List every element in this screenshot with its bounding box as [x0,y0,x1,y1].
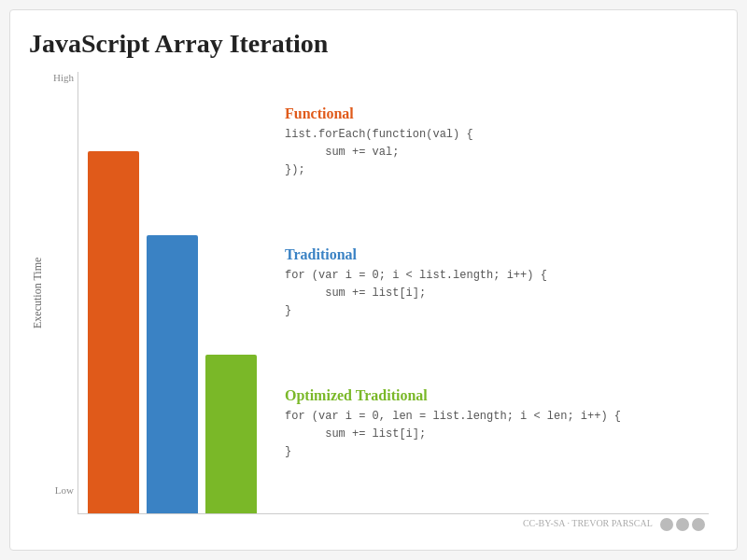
y-axis-label: Execution Time [29,72,46,514]
footer-icon-1 [660,518,673,531]
bar-traditional [147,235,198,513]
code-text-functional: list.forEach(function(val) { sum += val;… [285,126,699,180]
code-block-traditional: Traditional for (var i = 0; i < list.len… [285,246,699,321]
chart-area: Execution Time High Low Functional list.… [29,72,709,514]
page-title: JavaScript Array Iteration [29,29,709,59]
footer: CC-BY-SA · TREVOR PARSCAL [29,518,709,531]
code-label-functional: Functional [285,105,699,122]
footer-icon-2 [676,518,689,531]
code-label-optimized: Optimized Traditional [285,387,699,404]
y-tick-low: Low [46,484,74,496]
y-tick-high: High [46,72,74,83]
bars-container [78,72,266,513]
slide: JavaScript Array Iteration Execution Tim… [9,9,738,551]
bar-optimized [205,355,257,513]
y-axis-ticks: High Low [46,72,74,514]
bars-and-content: Functional list.forEach(function(val) { … [78,72,709,514]
code-label-traditional: Traditional [285,246,699,263]
footer-icons [660,518,705,531]
code-block-functional: Functional list.forEach(function(val) { … [285,105,699,180]
footer-icon-3 [692,518,705,531]
code-block-optimized: Optimized Traditional for (var i = 0, le… [285,387,699,462]
code-panel: Functional list.forEach(function(val) { … [266,72,709,513]
code-text-optimized: for (var i = 0, len = list.length; i < l… [285,408,699,462]
bar-functional [88,151,139,513]
code-text-traditional: for (var i = 0; i < list.length; i++) { … [285,267,699,321]
footer-text: CC-BY-SA · TREVOR PARSCAL [523,518,653,528]
